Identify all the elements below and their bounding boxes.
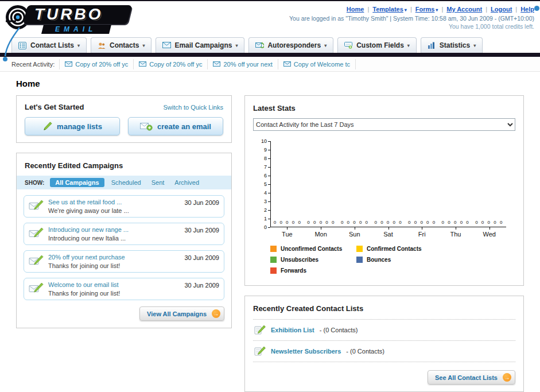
chevron-down-icon: ▾ (324, 43, 327, 48)
campaign-title-link[interactable]: Introducing our new range ... (48, 226, 180, 233)
campaign-text: See us at the retail food ... We're givi… (48, 199, 180, 214)
credits-info: You have 1,000 total credits left. (289, 23, 534, 30)
x-axis-label: Wed (472, 227, 506, 238)
nav-tab-label: Contacts (110, 41, 139, 49)
campaign-tab-scheduled[interactable]: Scheduled (108, 178, 145, 187)
pencil-list-icon (254, 346, 266, 356)
nav-tab-label: Statistics (440, 41, 470, 49)
see-all-contact-lists-button[interactable]: See All Contact Lists → (428, 370, 515, 385)
right-column: Latest Stats Contact Activity for the La… (244, 95, 524, 392)
value-label-group: 0 0 0 0 0 (338, 220, 372, 225)
campaign-tab-sent[interactable]: Sent (148, 178, 168, 187)
recent-activity-item-label: Copy of 20% off yc (149, 61, 202, 68)
view-all-campaigns-button[interactable]: View All Campaigns → (139, 306, 224, 321)
stats-filter-select[interactable]: Contact Activity for the Last 7 Days (253, 118, 515, 131)
legend-label: Bounces (367, 257, 391, 263)
latest-stats-panel: Latest Stats Contact Activity for the La… (244, 95, 524, 286)
nav-tab-statistics[interactable]: Statistics ▾ (421, 37, 483, 53)
top-link-logout[interactable]: Logout (491, 6, 512, 13)
value-label-group: 0 0 0 0 0 (405, 220, 439, 225)
legend-item: Forwards (270, 267, 356, 274)
pencil-icon (42, 122, 52, 131)
switch-quick-links-link[interactable]: Switch to Quick Links (163, 104, 223, 111)
page-title: Home (16, 79, 524, 88)
left-column: Let's Get Started Switch to Quick Links … (16, 95, 232, 338)
campaign-title-link[interactable]: See us at the retail food ... (48, 199, 180, 205)
recent-activity-item-2[interactable]: Copy of 20% off yc (133, 59, 207, 69)
recent-activity-item-label: Copy of 20% off yc (75, 61, 128, 68)
pencil-list-icon (254, 325, 266, 335)
recent-activity-item-label: 20% off your next (223, 61, 272, 68)
envelope-icon (213, 61, 220, 67)
top-link-templates[interactable]: Templates▾ (372, 6, 407, 13)
x-axis-label: Tue (270, 227, 304, 238)
recent-contact-lists-title: Recently Created Contact Lists (253, 304, 363, 313)
link-separator: | (367, 6, 369, 13)
campaign-tab-all-campaigns[interactable]: All Campaigns (50, 178, 104, 187)
x-axis-label: Sat (371, 227, 405, 238)
chevron-down-icon: ▾ (235, 43, 238, 48)
app-logo[interactable]: TURBO EMAIL (5, 4, 148, 36)
nav-tab-contacts[interactable]: Contacts ▾ (91, 37, 151, 53)
create-email-button[interactable]: create an email (128, 117, 223, 135)
contact-list-name-link[interactable]: Newsletter Subscribers (271, 348, 341, 355)
top-link-forms[interactable]: Forms▾ (415, 6, 438, 13)
main-content: Home Let's Get Started Switch to Quick L… (0, 79, 540, 392)
legend-swatch (270, 257, 277, 263)
nav-tab-custom-fields[interactable]: Custom Fields ▾ (337, 37, 417, 53)
envelope-plus-icon (140, 122, 153, 131)
nav-tab-label: Contact Lists (30, 41, 74, 49)
email-campaigns-icon (162, 42, 171, 49)
activity-chart: 109876543210 0 0 0 0 00 0 0 0 00 0 0 0 0… (253, 141, 515, 238)
recent-activity-item-4[interactable]: Copy of Welcome tc (278, 59, 356, 69)
custom-fields-icon (344, 42, 353, 49)
envelope-icon (65, 61, 72, 67)
corner-dot-decoration (534, 6, 539, 11)
campaign-title-link[interactable]: Welcome to our email list (48, 281, 180, 288)
chevron-down-icon: ▾ (473, 43, 476, 48)
nav-tab-autoresponders[interactable]: Autoresponders ▾ (248, 37, 333, 53)
contact-list-detail: - (0 Contacts) (346, 348, 384, 355)
campaign-title-link[interactable]: 20% off your next purchase (48, 254, 180, 261)
recent-campaigns-panel: Recently Edited Campaigns SHOW: All Camp… (16, 153, 232, 328)
chart-value-labels: 0 0 0 0 00 0 0 0 00 0 0 0 00 0 0 0 00 0 … (271, 220, 506, 225)
manage-lists-button[interactable]: manage lists (25, 117, 120, 135)
recent-activity-bar: Recent Activity: Copy of 20% off yc Copy… (0, 57, 540, 72)
envelope-pencil-icon (29, 254, 44, 266)
contacts-icon (98, 42, 106, 49)
show-label: SHOW: (25, 180, 44, 186)
campaign-date: 30 Jun 2009 (184, 226, 219, 234)
recent-activity-item-3[interactable]: 20% off your next (207, 59, 277, 69)
link-separator: | (441, 6, 443, 13)
legend-label: Forwards (281, 267, 306, 274)
contact-list-name-link[interactable]: Exhibition List (271, 327, 314, 333)
manage-lists-label: manage lists (57, 122, 102, 131)
campaign-date: 30 Jun 2009 (184, 254, 219, 261)
top-links: Home|Templates▾|Forms▾|My Account|Logout… (347, 6, 534, 13)
nav-tab-email-campaigns[interactable]: Email Campaigns ▾ (156, 37, 244, 53)
value-label-group: 0 0 0 0 0 (271, 220, 305, 225)
get-started-title: Let's Get Started (25, 103, 84, 111)
x-axis-label: Fri (405, 227, 439, 238)
recent-activity-item-1[interactable]: Copy of 20% off yc (59, 59, 133, 69)
contact-list-item: Exhibition List - (0 Contacts) (253, 319, 515, 340)
campaign-tab-archived[interactable]: Archived (171, 178, 203, 187)
top-link-home[interactable]: Home (347, 6, 364, 13)
value-label-group: 0 0 0 0 0 (472, 220, 506, 225)
chart-x-axis: TueMonSunSatFriThuWed (270, 227, 506, 238)
create-email-label: create an email (157, 122, 211, 131)
chevron-down-icon: ▾ (436, 7, 438, 13)
campaign-text: Introducing our new range ... Introducin… (48, 226, 180, 242)
chevron-down-icon: ▾ (77, 43, 80, 48)
brand-name: TURBO (34, 5, 103, 24)
campaign-tabs: All Campaigns Scheduled Sent Archived (50, 178, 203, 187)
top-link-help[interactable]: Help (520, 6, 534, 13)
brand-subname: EMAIL (55, 25, 96, 33)
envelope-icon (283, 61, 291, 67)
top-link-my-account[interactable]: My Account (446, 6, 482, 13)
campaign-list: See us at the retail food ... We're givi… (17, 189, 231, 300)
nav-tab-label: Email Campaigns (174, 41, 232, 49)
contact-lists: Exhibition List - (0 Contacts) Newslette… (253, 319, 515, 362)
nav-tab-label: Custom Fields (356, 41, 404, 49)
nav-tab-contact-lists[interactable]: Contact Lists ▾ (11, 37, 87, 53)
